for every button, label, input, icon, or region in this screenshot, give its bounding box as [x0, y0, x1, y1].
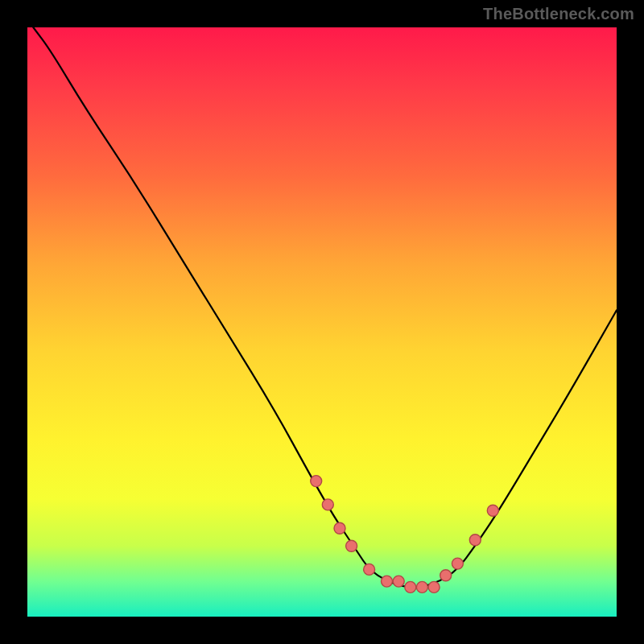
- marker-dot: [364, 564, 375, 575]
- marker-dot: [311, 476, 322, 487]
- marker-dot: [322, 499, 333, 510]
- marker-dot: [428, 581, 440, 592]
- chart-svg: [27, 27, 617, 617]
- marker-dot: [416, 581, 427, 592]
- marker-dot: [469, 535, 481, 546]
- marker-dot: [393, 576, 404, 587]
- plot-area: [27, 27, 617, 617]
- chart-frame: TheBottleneck.com: [0, 0, 644, 644]
- marker-dot: [405, 581, 416, 592]
- marker-dot: [382, 576, 393, 587]
- marker-dot: [452, 558, 463, 569]
- marker-dot: [440, 570, 452, 581]
- marker-dot: [346, 540, 357, 551]
- marker-dot: [334, 522, 345, 534]
- marker-dot: [487, 505, 498, 516]
- marker-group: [311, 476, 499, 593]
- watermark-text: TheBottleneck.com: [483, 5, 634, 23]
